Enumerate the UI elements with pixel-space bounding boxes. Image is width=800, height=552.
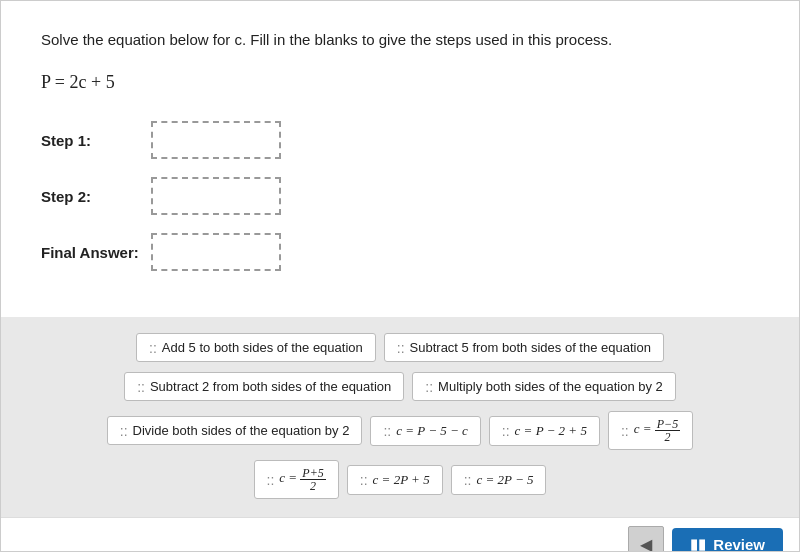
drag-icon: :: <box>383 424 391 438</box>
chip-sub2[interactable]: :: Subtract 2 from both sides of the equ… <box>124 372 404 401</box>
chip-frac2-text: c = P+52 <box>279 467 326 492</box>
chip-frac1-text: c = P−52 <box>634 418 681 443</box>
chip-math3[interactable]: :: c = 2P + 5 <box>347 465 443 495</box>
chip-mult2[interactable]: :: Multiply both sides of the equation b… <box>412 372 676 401</box>
chip-mult2-text: Multiply both sides of the equation by 2 <box>438 379 663 394</box>
step2-row: Step 2: <box>41 177 759 215</box>
chip-math4-text: c = 2P − 5 <box>476 472 533 488</box>
chip-sub5-text: Subtract 5 from both sides of the equati… <box>410 340 651 355</box>
drag-icon: :: <box>149 341 157 355</box>
review-label: Review <box>713 536 765 553</box>
chip-math1-text: c = P − 5 − c <box>396 423 468 439</box>
equation-display: P = 2c + 5 <box>41 72 759 93</box>
steps-area: Step 1: Step 2: Final Answer: <box>41 121 759 271</box>
final-dropbox[interactable] <box>151 233 281 271</box>
bottom-bar: ◀ ▮▮ Review <box>1 517 799 552</box>
answer-row-1: :: Add 5 to both sides of the equation :… <box>136 333 664 362</box>
step1-label: Step 1: <box>41 132 141 149</box>
chip-math1[interactable]: :: c = P − 5 − c <box>370 416 480 446</box>
back-button[interactable]: ◀ <box>628 526 664 552</box>
drag-icon: :: <box>360 473 368 487</box>
chip-math2[interactable]: :: c = P − 2 + 5 <box>489 416 600 446</box>
review-icon: ▮▮ <box>690 536 706 552</box>
instruction-text: Solve the equation below for c. Fill in … <box>41 29 759 50</box>
answer-row-4: :: c = P+52 :: c = 2P + 5 :: c = 2P − 5 <box>254 460 547 499</box>
chip-math3-text: c = 2P + 5 <box>373 472 430 488</box>
chip-sub2-text: Subtract 2 from both sides of the equati… <box>150 379 391 394</box>
chip-sub5[interactable]: :: Subtract 5 from both sides of the equ… <box>384 333 664 362</box>
chip-add5-text: Add 5 to both sides of the equation <box>162 340 363 355</box>
answer-row-2: :: Subtract 2 from both sides of the equ… <box>124 372 676 401</box>
chip-math4[interactable]: :: c = 2P − 5 <box>451 465 547 495</box>
answer-row-3: :: Divide both sides of the equation by … <box>107 411 693 450</box>
step1-dropbox[interactable] <box>151 121 281 159</box>
drag-icon: :: <box>425 380 433 394</box>
chip-frac2[interactable]: :: c = P+52 <box>254 460 339 499</box>
step1-row: Step 1: <box>41 121 759 159</box>
chip-div2-text: Divide both sides of the equation by 2 <box>133 423 350 438</box>
app-container: Solve the equation below for c. Fill in … <box>0 0 800 552</box>
chip-add5[interactable]: :: Add 5 to both sides of the equation <box>136 333 376 362</box>
step2-dropbox[interactable] <box>151 177 281 215</box>
review-button[interactable]: ▮▮ Review <box>672 528 783 553</box>
chip-frac1[interactable]: :: c = P−52 <box>608 411 693 450</box>
main-content: Solve the equation below for c. Fill in … <box>1 1 799 309</box>
drag-icon: :: <box>120 424 128 438</box>
drag-icon: :: <box>621 424 629 438</box>
drag-icon: :: <box>137 380 145 394</box>
drag-icon: :: <box>464 473 472 487</box>
chip-div2[interactable]: :: Divide both sides of the equation by … <box>107 416 363 445</box>
final-label: Final Answer: <box>41 244 141 261</box>
drag-icon: :: <box>502 424 510 438</box>
drag-icon: :: <box>397 341 405 355</box>
final-row: Final Answer: <box>41 233 759 271</box>
drag-icon: :: <box>267 473 275 487</box>
step2-label: Step 2: <box>41 188 141 205</box>
answer-bank: :: Add 5 to both sides of the equation :… <box>1 317 799 517</box>
chip-math2-text: c = P − 2 + 5 <box>515 423 587 439</box>
